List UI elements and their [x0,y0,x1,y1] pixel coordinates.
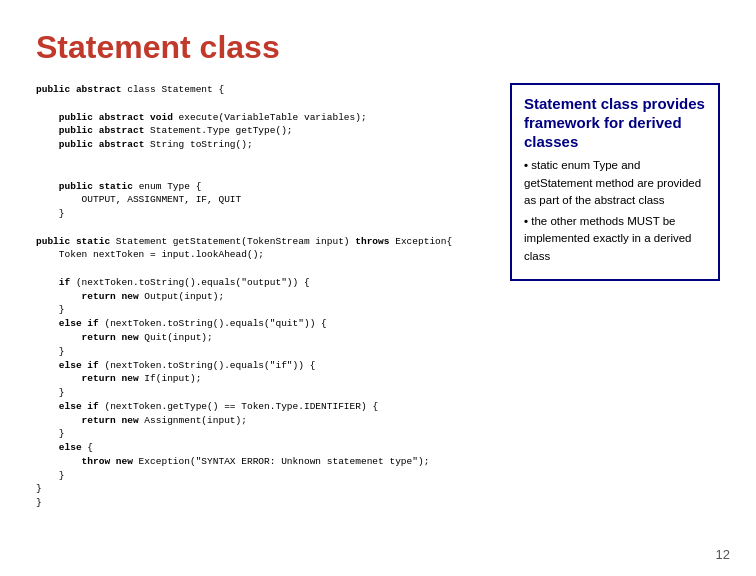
callout-box: Statement class provides framework for d… [510,83,720,281]
callout-title: Statement class provides framework for d… [524,95,706,151]
slide: Statement class public abstract class St… [0,0,756,576]
main-content: public abstract class Statement { public… [36,83,720,510]
code-block: public abstract class Statement { public… [36,83,500,510]
callout-bullets: static enum Type and getStatement method… [524,157,706,265]
page-number: 12 [716,547,730,562]
slide-title: Statement class [36,30,720,65]
bullet-1: static enum Type and getStatement method… [524,157,706,209]
bullet-2: the other methods MUST be implemented ex… [524,213,706,265]
side-panel: Statement class provides framework for d… [510,83,720,510]
